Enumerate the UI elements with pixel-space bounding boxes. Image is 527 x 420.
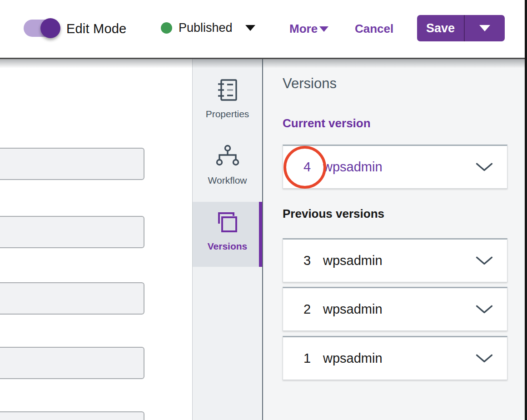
more-button[interactable]: More: [289, 22, 318, 36]
sidebar-item-versions[interactable]: Versions: [193, 202, 262, 267]
status-green-dot-icon: [161, 22, 172, 34]
chevron-down-icon: [245, 25, 255, 31]
version-author: wpsadmin: [323, 351, 383, 366]
properties-icon-rail: Properties Workflow Versions: [192, 59, 262, 420]
current-version-heading: Current version: [283, 116, 371, 130]
save-dropdown-button[interactable]: [465, 15, 505, 41]
panel-title: Versions: [283, 75, 337, 92]
chevron-down-icon: [479, 25, 490, 31]
edit-mode-toggle[interactable]: [24, 20, 58, 37]
previous-version-card[interactable]: 3 wpsadmin: [283, 238, 507, 282]
dark-edge-strip: [525, 0, 527, 420]
chevron-down-icon[interactable]: [319, 26, 328, 32]
current-version-card[interactable]: 4 wpsadmin: [283, 145, 507, 189]
chevron-down-icon[interactable]: [475, 256, 493, 266]
form-field[interactable]: [0, 216, 144, 248]
chevron-down-icon[interactable]: [475, 354, 493, 364]
versions-copy-icon: [215, 210, 240, 235]
form-field[interactable]: [0, 411, 144, 420]
workflow-tree-icon: [215, 144, 240, 169]
previous-versions-heading: Previous versions: [283, 207, 384, 221]
top-toolbar: Edit Mode Published More Cancel Save: [0, 0, 527, 59]
versions-panel: Versions Current version 4 wpsadmin Prev…: [262, 59, 527, 420]
save-button[interactable]: Save: [417, 15, 464, 41]
status-label: Published: [179, 21, 233, 35]
save-button-group: Save: [417, 15, 505, 41]
content-form-pane: [0, 59, 192, 420]
version-author: wpsadmin: [323, 160, 383, 175]
chevron-down-icon[interactable]: [475, 162, 493, 172]
version-number: 4: [302, 160, 312, 175]
sidebar-item-label: Properties: [193, 109, 262, 120]
sidebar-item-label: Versions: [193, 241, 262, 252]
version-author: wpsadmin: [323, 302, 383, 317]
version-number: 1: [302, 351, 312, 366]
form-field[interactable]: [0, 282, 144, 315]
form-field[interactable]: [0, 347, 144, 379]
previous-version-card[interactable]: 1 wpsadmin: [283, 336, 507, 380]
cancel-button[interactable]: Cancel: [355, 22, 393, 36]
sidebar-item-label: Workflow: [193, 175, 262, 186]
edit-mode-label: Edit Mode: [66, 21, 126, 36]
chevron-down-icon[interactable]: [475, 305, 493, 315]
previous-version-card[interactable]: 2 wpsadmin: [283, 287, 507, 331]
selected-indicator-bar: [259, 202, 262, 267]
sidebar-item-workflow[interactable]: Workflow: [193, 144, 262, 186]
form-field[interactable]: [0, 148, 144, 180]
sidebar-item-properties[interactable]: Properties: [193, 77, 262, 120]
version-author: wpsadmin: [323, 253, 383, 268]
version-number: 3: [302, 253, 312, 268]
version-number: 2: [302, 302, 312, 317]
publish-status-dropdown[interactable]: Published: [161, 20, 256, 36]
toggle-knob: [40, 18, 60, 38]
properties-notebook-icon: [215, 77, 240, 103]
